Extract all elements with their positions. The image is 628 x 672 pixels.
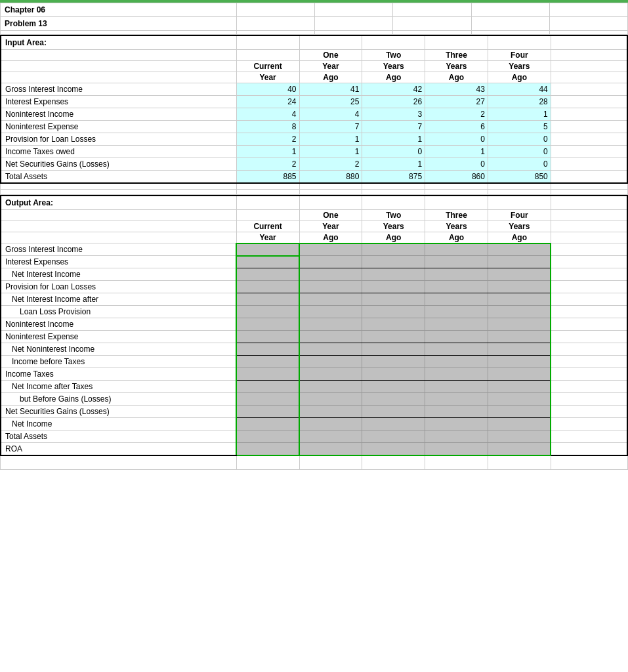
input-row-income-taxes: Income Taxes owed 1 1 0 1 0 [1, 146, 627, 158]
col-one-year-header: One [299, 50, 362, 61]
input-row-provision: Provision for Loan Losses 2 1 1 0 0 [1, 133, 627, 146]
output-row-loan-loss-provision: Loan Loss Provision [1, 306, 627, 318]
output-row-roa: ROA [1, 443, 627, 456]
spreadsheet: Chapter 06 Problem 13 [0, 0, 628, 672]
col-four-years-header: Four [488, 50, 551, 61]
input-row-net-securities: Net Securities Gains (Losses) 2 2 1 0 0 [1, 158, 627, 171]
output-area-label: Output Area: [1, 196, 236, 210]
output-row-net-income: Net Income [1, 418, 627, 430]
input-row-total-assets: Total Assets 885 880 875 860 850 [1, 171, 627, 184]
output-row-total-assets: Total Assets [1, 430, 627, 443]
output-row-net-income-after-taxes: Net Income after Taxes [1, 381, 627, 393]
problem-title: Problem 13 [1, 17, 237, 31]
output-row-noninterest-income: Noninterest Income [1, 318, 627, 331]
output-row-net-securities: Net Securities Gains (Losses) [1, 406, 627, 418]
output-row-net-noninterest-income: Net Noninterest Income [1, 343, 627, 356]
input-row-gross-interest: Gross Interest Income 40 41 42 43 44 [1, 83, 627, 96]
output-row-net-interest-after: Net Interest Income after [1, 293, 627, 306]
input-row-interest-expenses: Interest Expenses 24 25 26 27 28 [1, 96, 627, 108]
output-row-noninterest-expense: Noninterest Expense [1, 331, 627, 343]
output-row-provision: Provision for Loan Losses [1, 281, 627, 293]
output-row-interest-expenses: Interest Expenses [1, 256, 627, 268]
output-row-income-taxes: Income Taxes [1, 368, 627, 381]
input-row-noninterest-income: Noninterest Income 4 4 3 2 1 [1, 108, 627, 121]
input-row-noninterest-expense: Noninterest Expense 8 7 7 6 5 [1, 121, 627, 133]
input-area-label: Input Area: [1, 35, 236, 50]
output-row-net-interest-income: Net Interest Income [1, 268, 627, 281]
output-row-before-gains: but Before Gains (Losses) [1, 393, 627, 406]
col-current-year-header [236, 50, 299, 61]
output-row-income-before-taxes: Income before Taxes [1, 356, 627, 368]
col-two-years-header: Two [362, 50, 425, 61]
col-three-years-header: Three [425, 50, 488, 61]
chapter-title: Chapter 06 [1, 3, 237, 17]
output-row-gross-interest: Gross Interest Income [1, 243, 627, 256]
